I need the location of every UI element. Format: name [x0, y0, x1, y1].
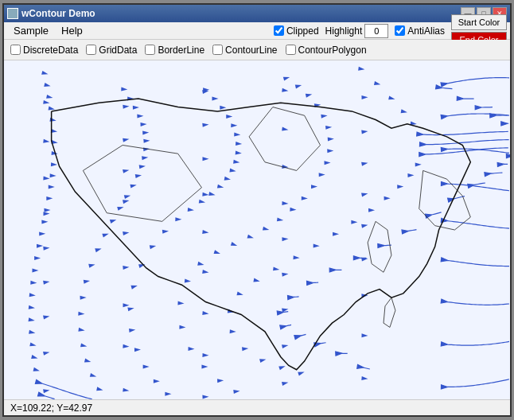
- start-color-button[interactable]: Start Color: [451, 14, 507, 30]
- second-toolbar: DiscreteData GridData BorderLine Contour…: [4, 40, 510, 60]
- menu-sample[interactable]: Sample: [7, 23, 55, 38]
- app-icon: [7, 8, 18, 19]
- grid-data-group: GridData: [86, 45, 137, 56]
- menu-help[interactable]: Help: [55, 23, 89, 38]
- contour-polygon-label: ContourPolygon: [298, 45, 367, 56]
- highlight-input[interactable]: [364, 24, 388, 38]
- clipped-checkbox[interactable]: [274, 25, 284, 36]
- antialias-group: AntiAlias: [395, 25, 445, 37]
- contour-line-group: ContourLine: [212, 45, 277, 56]
- antialias-checkbox[interactable]: [395, 25, 405, 36]
- contour-polygon-group: ContourPolygon: [286, 45, 367, 56]
- antialias-label: AntiAlias: [407, 25, 445, 37]
- discrete-data-group: DiscreteData: [10, 45, 78, 56]
- map-canvas[interactable]: [4, 60, 510, 399]
- contour-line-checkbox[interactable]: [212, 45, 223, 55]
- highlight-group: Highlight: [325, 24, 389, 38]
- grid-data-checkbox[interactable]: [86, 45, 96, 55]
- clipped-label: Clipped: [286, 25, 319, 37]
- border-line-checkbox[interactable]: [145, 45, 155, 55]
- border-line-label: BorderLine: [158, 45, 204, 56]
- discrete-data-label: DiscreteData: [23, 45, 78, 56]
- status-bar: X=109.22; Y=42.97: [4, 399, 510, 415]
- discrete-data-checkbox[interactable]: [10, 45, 21, 55]
- clipped-group: Clipped: [274, 25, 319, 37]
- contour-polygon-checkbox[interactable]: [286, 45, 296, 55]
- coordinates: X=109.22; Y=42.97: [10, 402, 92, 414]
- border-line-group: BorderLine: [145, 45, 204, 56]
- map-area[interactable]: [4, 60, 510, 399]
- grid-data-label: GridData: [99, 45, 137, 56]
- highlight-label: Highlight: [325, 25, 363, 37]
- main-window: wContour Demo — □ ✕ Sample Help Clipped …: [2, 3, 512, 417]
- menu-bar: Sample Help Clipped Highlight AntiAlias …: [4, 22, 510, 40]
- contour-line-label: ContourLine: [225, 45, 277, 56]
